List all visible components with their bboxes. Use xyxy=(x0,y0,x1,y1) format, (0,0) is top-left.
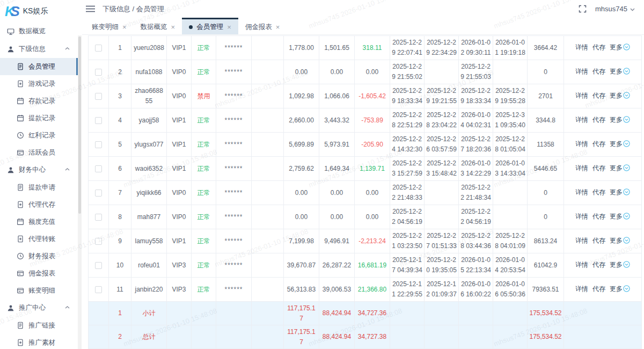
detail-link[interactable]: 详情 xyxy=(575,140,588,148)
sidebar-group-subordinate-info[interactable]: 下级信息 xyxy=(0,40,78,58)
more-link[interactable]: 更多 xyxy=(610,68,630,75)
time-1-cell: 2025-12-24 14:32:30 xyxy=(390,133,425,157)
deposit-for-link[interactable]: 代存 xyxy=(592,92,605,99)
tab-member-management[interactable]: 会员管理× xyxy=(182,18,238,34)
deposit-for-link[interactable]: 代存 xyxy=(592,140,605,148)
tab-commission-report[interactable]: 佣金报表× xyxy=(238,18,287,34)
tab-data-overview[interactable]: 数据概览× xyxy=(134,18,182,34)
more-chevron-icon[interactable] xyxy=(623,69,630,76)
more-chevron-icon[interactable] xyxy=(623,165,630,173)
row-checkbox[interactable] xyxy=(95,93,102,100)
deposit-for-link[interactable]: 代存 xyxy=(592,237,605,244)
deposit-for-link[interactable]: 代存 xyxy=(592,188,605,196)
row-checkbox[interactable] xyxy=(95,286,102,293)
close-icon[interactable]: × xyxy=(227,24,231,31)
sidebar-item-data-overview[interactable]: 数据概览 xyxy=(0,23,78,40)
deposit-for-link[interactable]: 代存 xyxy=(592,285,605,293)
row-checkbox[interactable] xyxy=(95,69,102,76)
more-chevron-icon[interactable] xyxy=(623,214,630,221)
sidebar-item-account-change-detail[interactable]: 账变明细 xyxy=(0,282,78,299)
sidebar-item-agent-deposit[interactable]: 代理代存 xyxy=(0,196,78,213)
sidebar-item-promotion-material[interactable]: 推广素材 xyxy=(0,334,78,349)
more-link[interactable]: 更多 xyxy=(610,261,630,268)
more-link[interactable]: 更多 xyxy=(610,140,630,148)
hamburger-icon[interactable] xyxy=(86,5,95,12)
blank-cell xyxy=(252,205,284,229)
more-chevron-icon[interactable] xyxy=(623,45,630,52)
close-icon[interactable]: × xyxy=(171,24,175,31)
row-checkbox[interactable] xyxy=(95,117,102,124)
deposit-for-link[interactable]: 代存 xyxy=(592,116,605,123)
close-icon[interactable]: × xyxy=(122,24,127,31)
more-link[interactable]: 更多 xyxy=(610,188,630,196)
detail-link[interactable]: 详情 xyxy=(575,164,588,172)
sidebar-group-promotion-center[interactable]: 推广中心 xyxy=(0,299,78,317)
amount-1-cell: 2,759.62 xyxy=(284,157,319,181)
sidebar-item-deposit-records[interactable]: 存款记录 xyxy=(0,92,78,110)
more-chevron-icon[interactable] xyxy=(623,262,630,270)
row-checkbox[interactable] xyxy=(95,214,102,221)
detail-link[interactable]: 详情 xyxy=(575,43,588,51)
sidebar-item-member-management[interactable]: 会员管理 xyxy=(0,58,78,75)
sidebar-scrollbar[interactable] xyxy=(78,35,82,349)
detail-link[interactable]: 详情 xyxy=(575,213,588,220)
scrollbar-thumb[interactable] xyxy=(78,37,81,214)
username[interactable]: mhsus745 xyxy=(595,5,627,13)
detail-link[interactable]: 详情 xyxy=(575,285,588,293)
row-checkbox[interactable] xyxy=(95,165,102,172)
sidebar-item-label: 提款申请 xyxy=(28,183,55,192)
sidebar-item-bonus-records[interactable]: 红利记录 xyxy=(0,127,78,144)
more-chevron-icon[interactable] xyxy=(623,141,630,149)
sidebar-item-active-members[interactable]: 活跃会员 xyxy=(0,144,78,161)
detail-link[interactable]: 详情 xyxy=(575,68,588,75)
more-link[interactable]: 更多 xyxy=(610,92,630,99)
time-4-cell: 2025-12-31 09:35:40 xyxy=(493,108,528,133)
fullscreen-icon[interactable] xyxy=(579,5,587,13)
detail-link[interactable]: 详情 xyxy=(575,261,588,268)
more-chevron-icon[interactable] xyxy=(623,117,630,125)
deposit-for-link[interactable]: 代存 xyxy=(592,213,605,220)
sidebar-item-game-records[interactable]: 游戏记录 xyxy=(0,75,78,92)
sidebar-item-agent-transfer[interactable]: 代理转账 xyxy=(0,230,78,248)
time-4-cell: 2026-01-03 14:33:04 xyxy=(493,157,528,181)
sidebar-item-quota-recharge[interactable]: 额度充值 xyxy=(0,213,78,230)
sidebar-item-commission-report[interactable]: 佣金报表 xyxy=(0,265,78,282)
detail-link[interactable]: 详情 xyxy=(575,116,588,123)
more-link[interactable]: 更多 xyxy=(610,116,630,123)
row-checkbox[interactable] xyxy=(95,141,102,148)
member-table: 1yueru2088VIP1正常******1,778.001,501.6531… xyxy=(88,35,642,349)
actions-cell: 详情代存更多 xyxy=(564,36,642,60)
tab-account-change-detail[interactable]: 账变明细× xyxy=(85,18,134,34)
time-2-cell xyxy=(425,302,459,325)
sidebar-item-withdrawal-records[interactable]: 提款记录 xyxy=(0,110,78,127)
row-checkbox[interactable] xyxy=(95,262,102,269)
sidebar-item-withdrawal-request[interactable]: 提款申请 xyxy=(0,179,78,196)
deposit-for-link[interactable]: 代存 xyxy=(592,164,605,172)
more-link[interactable]: 更多 xyxy=(610,237,630,244)
more-link[interactable]: 更多 xyxy=(610,285,630,293)
more-chevron-icon[interactable] xyxy=(623,190,630,197)
more-chevron-icon[interactable] xyxy=(623,286,630,294)
row-checkbox[interactable] xyxy=(95,190,102,197)
profit-cell: 0.00 xyxy=(355,60,390,84)
close-icon[interactable]: × xyxy=(276,24,280,31)
time-2-cell: 2025-12-26 03:57:59 xyxy=(425,133,459,157)
deposit-for-link[interactable]: 代存 xyxy=(592,68,605,75)
row-checkbox[interactable] xyxy=(95,238,102,245)
more-chevron-icon[interactable] xyxy=(623,93,630,100)
row-checkbox[interactable] xyxy=(95,45,102,52)
more-chevron-icon[interactable] xyxy=(623,238,630,245)
sidebar-item-finance-report[interactable]: 财务报表 xyxy=(0,248,78,265)
detail-link[interactable]: 详情 xyxy=(575,188,588,196)
sidebar-item-promotion-link[interactable]: 推广链接 xyxy=(0,317,78,334)
more-link[interactable]: 更多 xyxy=(610,164,630,172)
actions-cell: 详情代存更多 xyxy=(564,133,642,157)
detail-link[interactable]: 详情 xyxy=(575,92,588,99)
detail-link[interactable]: 详情 xyxy=(575,237,588,244)
more-link[interactable]: 更多 xyxy=(610,43,630,51)
more-link[interactable]: 更多 xyxy=(610,213,630,220)
chevron-down-icon[interactable] xyxy=(630,6,635,12)
deposit-for-link[interactable]: 代存 xyxy=(592,43,605,51)
sidebar-group-finance-center[interactable]: 财务中心 xyxy=(0,161,78,179)
deposit-for-link[interactable]: 代存 xyxy=(592,261,605,268)
